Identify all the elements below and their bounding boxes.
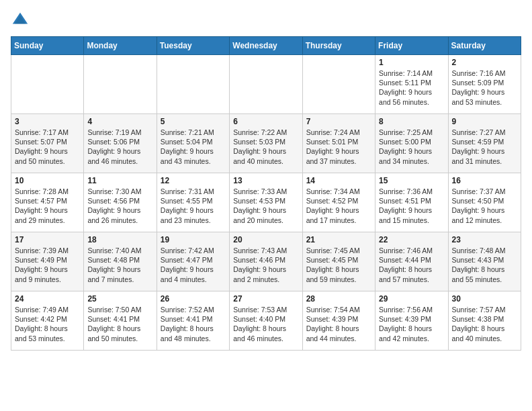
day-header-wednesday: Wednesday	[230, 37, 302, 55]
week-row-5: 24Sunrise: 7:49 AM Sunset: 4:42 PM Dayli…	[11, 291, 521, 351]
day-info: Sunrise: 7:34 AM Sunset: 4:52 PM Dayligh…	[306, 187, 371, 225]
day-number: 1	[379, 58, 444, 67]
page-header	[11, 11, 521, 30]
day-header-monday: Monday	[84, 37, 157, 55]
day-number: 10	[15, 176, 80, 185]
day-info: Sunrise: 7:33 AM Sunset: 4:53 PM Dayligh…	[233, 187, 298, 225]
calendar-cell: 15Sunrise: 7:36 AM Sunset: 4:51 PM Dayli…	[375, 173, 448, 232]
day-header-tuesday: Tuesday	[157, 37, 229, 55]
day-info: Sunrise: 7:40 AM Sunset: 4:48 PM Dayligh…	[87, 246, 152, 284]
calendar-cell: 21Sunrise: 7:45 AM Sunset: 4:45 PM Dayli…	[302, 232, 375, 291]
day-number: 4	[87, 117, 152, 126]
calendar-cell: 25Sunrise: 7:50 AM Sunset: 4:41 PM Dayli…	[84, 291, 157, 351]
day-info: Sunrise: 7:14 AM Sunset: 5:11 PM Dayligh…	[379, 68, 444, 107]
calendar-cell: 14Sunrise: 7:34 AM Sunset: 4:52 PM Dayli…	[302, 173, 375, 232]
calendar-cell: 6Sunrise: 7:22 AM Sunset: 5:03 PM Daylig…	[230, 114, 302, 173]
calendar-cell	[230, 55, 302, 114]
calendar-cell: 20Sunrise: 7:43 AM Sunset: 4:46 PM Dayli…	[230, 232, 302, 291]
calendar-cell: 29Sunrise: 7:56 AM Sunset: 4:39 PM Dayli…	[375, 291, 448, 351]
day-number: 17	[15, 235, 80, 244]
week-row-1: 1Sunrise: 7:14 AM Sunset: 5:11 PM Daylig…	[11, 55, 521, 114]
day-number: 14	[306, 176, 371, 185]
day-number: 18	[87, 235, 152, 244]
day-number: 15	[379, 176, 444, 185]
calendar-cell: 28Sunrise: 7:54 AM Sunset: 4:39 PM Dayli…	[302, 291, 375, 351]
day-info: Sunrise: 7:19 AM Sunset: 5:06 PM Dayligh…	[87, 128, 152, 166]
day-info: Sunrise: 7:22 AM Sunset: 5:03 PM Dayligh…	[233, 128, 298, 166]
calendar-cell: 10Sunrise: 7:28 AM Sunset: 4:57 PM Dayli…	[11, 173, 84, 232]
calendar-cell: 4Sunrise: 7:19 AM Sunset: 5:06 PM Daylig…	[84, 114, 157, 173]
day-info: Sunrise: 7:28 AM Sunset: 4:57 PM Dayligh…	[15, 187, 80, 225]
calendar-cell: 5Sunrise: 7:21 AM Sunset: 5:04 PM Daylig…	[157, 114, 229, 173]
calendar-cell: 1Sunrise: 7:14 AM Sunset: 5:11 PM Daylig…	[375, 55, 448, 114]
calendar-cell	[302, 55, 375, 114]
day-info: Sunrise: 7:31 AM Sunset: 4:55 PM Dayligh…	[161, 187, 226, 225]
day-info: Sunrise: 7:39 AM Sunset: 4:49 PM Dayligh…	[15, 246, 80, 284]
day-info: Sunrise: 7:24 AM Sunset: 5:01 PM Dayligh…	[306, 128, 371, 166]
day-info: Sunrise: 7:54 AM Sunset: 4:39 PM Dayligh…	[306, 305, 371, 343]
day-number: 30	[452, 294, 517, 304]
day-info: Sunrise: 7:21 AM Sunset: 5:04 PM Dayligh…	[161, 128, 226, 166]
day-number: 22	[379, 235, 444, 244]
logo-icon	[11, 11, 30, 30]
calendar-cell: 11Sunrise: 7:30 AM Sunset: 4:56 PM Dayli…	[84, 173, 157, 232]
day-info: Sunrise: 7:57 AM Sunset: 4:38 PM Dayligh…	[452, 305, 517, 343]
calendar-cell: 17Sunrise: 7:39 AM Sunset: 4:49 PM Dayli…	[11, 232, 84, 291]
day-number: 25	[87, 294, 152, 304]
day-info: Sunrise: 7:25 AM Sunset: 5:00 PM Dayligh…	[379, 128, 444, 166]
day-info: Sunrise: 7:46 AM Sunset: 4:44 PM Dayligh…	[379, 246, 444, 284]
calendar-cell	[84, 55, 157, 114]
calendar-cell: 7Sunrise: 7:24 AM Sunset: 5:01 PM Daylig…	[302, 114, 375, 173]
calendar-cell: 16Sunrise: 7:37 AM Sunset: 4:50 PM Dayli…	[448, 173, 521, 232]
day-number: 28	[306, 294, 371, 304]
day-number: 3	[15, 117, 80, 126]
week-row-2: 3Sunrise: 7:17 AM Sunset: 5:07 PM Daylig…	[11, 114, 521, 173]
calendar-cell: 9Sunrise: 7:27 AM Sunset: 4:59 PM Daylig…	[448, 114, 521, 173]
day-number: 7	[306, 117, 371, 126]
calendar-cell: 22Sunrise: 7:46 AM Sunset: 4:44 PM Dayli…	[375, 232, 448, 291]
calendar-cell: 27Sunrise: 7:53 AM Sunset: 4:40 PM Dayli…	[230, 291, 302, 351]
calendar-table: SundayMondayTuesdayWednesdayThursdayFrid…	[11, 36, 521, 351]
day-info: Sunrise: 7:49 AM Sunset: 4:42 PM Dayligh…	[15, 305, 80, 343]
day-info: Sunrise: 7:30 AM Sunset: 4:56 PM Dayligh…	[87, 187, 152, 225]
day-number: 9	[452, 117, 517, 126]
day-info: Sunrise: 7:42 AM Sunset: 4:47 PM Dayligh…	[161, 246, 226, 284]
day-info: Sunrise: 7:36 AM Sunset: 4:51 PM Dayligh…	[379, 187, 444, 225]
day-number: 24	[15, 294, 80, 304]
day-number: 8	[379, 117, 444, 126]
day-number: 23	[452, 235, 517, 244]
day-number: 16	[452, 176, 517, 185]
day-info: Sunrise: 7:17 AM Sunset: 5:07 PM Dayligh…	[15, 128, 80, 166]
week-row-3: 10Sunrise: 7:28 AM Sunset: 4:57 PM Dayli…	[11, 173, 521, 232]
calendar-cell: 30Sunrise: 7:57 AM Sunset: 4:38 PM Dayli…	[448, 291, 521, 351]
day-info: Sunrise: 7:50 AM Sunset: 4:41 PM Dayligh…	[87, 305, 152, 343]
day-number: 12	[161, 176, 226, 185]
calendar-cell: 18Sunrise: 7:40 AM Sunset: 4:48 PM Dayli…	[84, 232, 157, 291]
day-number: 2	[452, 58, 517, 67]
logo	[11, 11, 32, 30]
day-header-thursday: Thursday	[302, 37, 375, 55]
day-info: Sunrise: 7:52 AM Sunset: 4:41 PM Dayligh…	[161, 305, 226, 343]
day-number: 13	[233, 176, 298, 185]
day-header-sunday: Sunday	[11, 37, 84, 55]
day-info: Sunrise: 7:45 AM Sunset: 4:45 PM Dayligh…	[306, 246, 371, 284]
day-info: Sunrise: 7:43 AM Sunset: 4:46 PM Dayligh…	[233, 246, 298, 284]
day-number: 21	[306, 235, 371, 244]
calendar-cell: 19Sunrise: 7:42 AM Sunset: 4:47 PM Dayli…	[157, 232, 229, 291]
day-info: Sunrise: 7:48 AM Sunset: 4:43 PM Dayligh…	[452, 246, 517, 284]
calendar-cell: 2Sunrise: 7:16 AM Sunset: 5:09 PM Daylig…	[448, 55, 521, 114]
calendar-cell: 8Sunrise: 7:25 AM Sunset: 5:00 PM Daylig…	[375, 114, 448, 173]
day-number: 27	[233, 294, 298, 304]
calendar-cell: 12Sunrise: 7:31 AM Sunset: 4:55 PM Dayli…	[157, 173, 229, 232]
day-number: 29	[379, 294, 444, 304]
calendar-cell	[11, 55, 84, 114]
day-number: 5	[161, 117, 226, 126]
calendar-cell: 24Sunrise: 7:49 AM Sunset: 4:42 PM Dayli…	[11, 291, 84, 351]
day-number: 19	[161, 235, 226, 244]
calendar-cell: 23Sunrise: 7:48 AM Sunset: 4:43 PM Dayli…	[448, 232, 521, 291]
calendar-cell	[157, 55, 229, 114]
calendar-cell: 26Sunrise: 7:52 AM Sunset: 4:41 PM Dayli…	[157, 291, 229, 351]
day-header-saturday: Saturday	[448, 37, 521, 55]
day-header-friday: Friday	[375, 37, 448, 55]
day-info: Sunrise: 7:56 AM Sunset: 4:39 PM Dayligh…	[379, 305, 444, 343]
